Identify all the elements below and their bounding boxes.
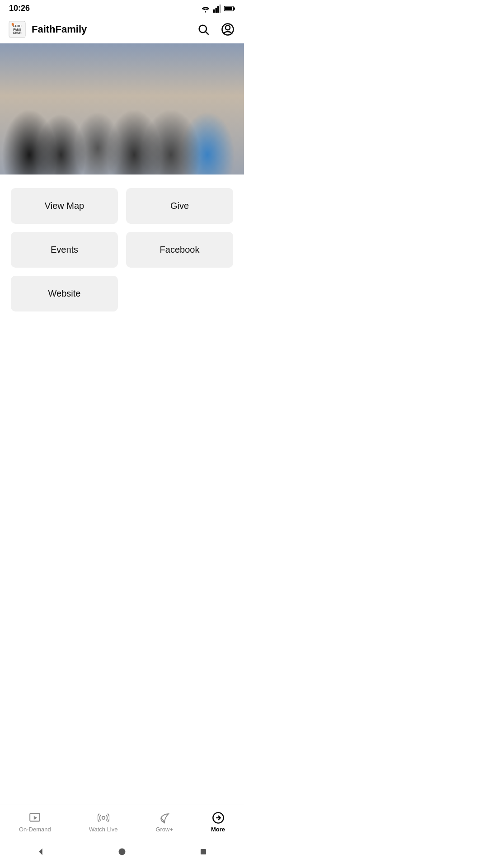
svg-rect-3 [217,6,219,12]
hero-photo [0,43,244,175]
svg-text:CHUR: CHUR [13,31,21,34]
svg-point-12 [199,25,206,33]
svg-point-15 [225,25,230,30]
logo-image: FAITH FAMII CHUR [7,19,27,39]
svg-line-13 [206,32,208,34]
header-actions [194,20,237,38]
give-button[interactable]: Give [126,188,233,224]
svg-rect-2 [216,8,217,13]
website-button[interactable]: Website [11,276,118,311]
svg-text:FAITH: FAITH [13,24,21,28]
church-logo-icon: FAITH FAMII CHUR [8,20,26,38]
svg-rect-7 [225,7,232,10]
svg-point-0 [205,11,206,12]
profile-button[interactable] [219,20,237,38]
search-button[interactable] [194,20,212,38]
status-time: 10:26 [9,4,30,13]
profile-icon [221,23,235,36]
battery-icon [224,5,235,12]
svg-rect-6 [234,7,235,9]
wifi-icon [201,5,211,13]
status-icons [201,5,235,13]
svg-rect-1 [213,9,215,12]
signal-icon [213,5,221,13]
events-button[interactable]: Events [11,232,118,268]
svg-rect-4 [220,5,221,13]
view-map-button[interactable]: View Map [11,188,118,224]
svg-text:FAMII: FAMII [13,28,21,31]
search-icon [197,23,210,36]
facebook-button[interactable]: Facebook [126,232,233,268]
app-logo-area: FAITH FAMII CHUR FaithFamily [7,19,194,39]
action-grid: View Map Give Events Facebook Website [0,175,244,325]
app-name: FaithFamily [32,24,87,35]
status-bar: 10:26 [0,0,244,16]
app-header: FAITH FAMII CHUR FaithFamily [0,16,244,43]
hero-banner [0,43,244,175]
